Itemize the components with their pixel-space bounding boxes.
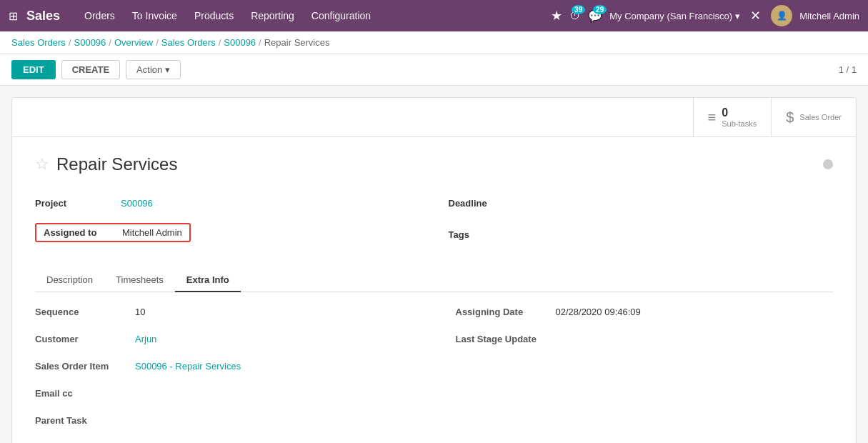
- status-dot: [823, 159, 833, 169]
- tab-description[interactable]: Description: [35, 269, 104, 292]
- chat-icon[interactable]: 💬 29: [588, 9, 602, 23]
- breadcrumb-sep5: /: [259, 37, 261, 48]
- sales-order-item-value[interactable]: S00096 - Repair Services: [135, 361, 241, 372]
- tabs-row: Description Timesheets Extra Info: [35, 269, 833, 292]
- company-selector[interactable]: My Company (San Francisco) ▾: [609, 11, 740, 21]
- email-cc-label: Email cc: [35, 388, 135, 399]
- tab-timesheets[interactable]: Timesheets: [104, 269, 175, 292]
- breadcrumb-s00096-2[interactable]: S00096: [224, 37, 256, 48]
- tags-label: Tags: [449, 229, 534, 240]
- assigning-date-value: 02/28/2020 09:46:09: [556, 307, 641, 317]
- nav-orders[interactable]: Orders: [77, 6, 122, 26]
- avatar[interactable]: 👤: [771, 5, 792, 26]
- assigned-to-row: Assigned to Mitchell Admin: [35, 223, 420, 242]
- record-navigation: 1 / 1: [839, 64, 857, 75]
- nav-right: ★ ⏱ 39 💬 29 My Company (San Francisco) ▾…: [551, 5, 859, 26]
- nav-to-invoice[interactable]: To Invoice: [125, 6, 184, 26]
- breadcrumb-current: Repair Services: [264, 37, 330, 48]
- project-field: Project S00096: [35, 191, 420, 214]
- toolbar: EDIT CREATE Action ▾ 1 / 1: [0, 54, 868, 86]
- project-label: Project: [35, 198, 121, 209]
- last-stage-update-label: Last Stage Update: [456, 334, 556, 344]
- extra-col-right: Assigning Date 02/28/2020 09:46:09 Last …: [456, 307, 834, 443]
- sequence-label: Sequence: [35, 307, 135, 317]
- subtasks-icon: ≡: [708, 109, 717, 126]
- favorite-icon[interactable]: ☆: [35, 155, 49, 174]
- sales-order-button[interactable]: $ Sales Order: [771, 98, 856, 136]
- breadcrumb-sales-orders[interactable]: Sales Orders: [11, 37, 66, 48]
- form-body: ☆ Repair Services Project S00096 Assigne…: [12, 137, 856, 443]
- form-title: Repair Services: [56, 154, 177, 174]
- assigned-to-value[interactable]: Mitchell Admin: [115, 224, 189, 241]
- company-name: My Company (San Francisco): [609, 11, 732, 21]
- action-chevron-icon: ▾: [165, 64, 170, 75]
- breadcrumb-sep3: /: [156, 37, 159, 48]
- email-cc-field: Email cc: [35, 388, 413, 408]
- breadcrumb-sep1: /: [69, 37, 71, 48]
- smart-buttons: ≡ 0 Sub-tasks $ Sales Order: [12, 98, 856, 137]
- breadcrumb-sales-orders-2[interactable]: Sales Orders: [161, 37, 216, 48]
- parent-task-label: Parent Task: [35, 415, 135, 426]
- subtasks-count: 0: [722, 106, 757, 119]
- fields-row: Project S00096 Assigned to Mitchell Admi…: [35, 191, 833, 254]
- top-navigation: ⊞ Sales Orders To Invoice Products Repor…: [0, 0, 868, 31]
- tab-extra-info[interactable]: Extra Info: [175, 269, 241, 292]
- action-button[interactable]: Action ▾: [126, 60, 181, 79]
- app-title: Sales: [26, 9, 60, 24]
- subtasks-button[interactable]: ≡ 0 Sub-tasks: [693, 98, 772, 136]
- breadcrumb: Sales Orders / S00096 / Overview / Sales…: [0, 31, 868, 54]
- grid-icon[interactable]: ⊞: [9, 9, 18, 23]
- sales-order-label: Sales Order: [799, 113, 842, 121]
- close-icon[interactable]: ✕: [750, 8, 761, 24]
- user-name: Mitchell Admin: [799, 11, 859, 21]
- assigned-to-box: Assigned to Mitchell Admin: [35, 223, 191, 242]
- field-col-right: Deadline Tags: [449, 191, 834, 254]
- nav-reporting[interactable]: Reporting: [244, 6, 301, 26]
- breadcrumb-sep4: /: [219, 37, 221, 48]
- form-card: ≡ 0 Sub-tasks $ Sales Order ☆ Repair Ser…: [11, 97, 857, 443]
- customer-value[interactable]: Arjun: [135, 334, 156, 344]
- extra-fields: Sequence 10 Customer Arjun Sales Order I…: [35, 307, 833, 443]
- sales-order-item-field: Sales Order Item S00096 - Repair Service…: [35, 361, 413, 381]
- main-content: ≡ 0 Sub-tasks $ Sales Order ☆ Repair Ser…: [0, 86, 868, 443]
- breadcrumb-overview[interactable]: Overview: [114, 37, 153, 48]
- sequence-value: 10: [135, 307, 145, 317]
- assigned-to-label: Assigned to: [36, 224, 115, 241]
- nav-configuration[interactable]: Configuration: [304, 6, 378, 26]
- deadline-label: Deadline: [449, 198, 534, 209]
- deadline-field: Deadline: [449, 191, 834, 214]
- title-row: ☆ Repair Services: [35, 154, 833, 174]
- subtasks-label: Sub-tasks: [722, 119, 757, 128]
- nav-products[interactable]: Products: [187, 6, 241, 26]
- parent-task-field: Parent Task: [35, 415, 413, 435]
- assigning-date-label: Assigning Date: [456, 307, 556, 317]
- customer-label: Customer: [35, 334, 135, 344]
- edit-button[interactable]: EDIT: [11, 60, 56, 79]
- action-label: Action: [136, 64, 162, 75]
- tags-field: Tags: [449, 223, 834, 246]
- last-stage-update-field: Last Stage Update: [456, 334, 834, 354]
- project-value[interactable]: S00096: [121, 198, 153, 209]
- breadcrumb-sep2: /: [109, 37, 111, 48]
- nav-menu: Orders To Invoice Products Reporting Con…: [77, 6, 551, 26]
- extra-info-content: Sequence 10 Customer Arjun Sales Order I…: [35, 292, 833, 443]
- breadcrumb-s00096-1[interactable]: S00096: [74, 37, 106, 48]
- customer-field: Customer Arjun: [35, 334, 413, 354]
- field-col-left: Project S00096 Assigned to Mitchell Admi…: [35, 191, 420, 254]
- clock-badge: 39: [572, 5, 585, 14]
- chat-badge: 29: [593, 5, 607, 14]
- create-button[interactable]: CREATE: [61, 60, 120, 79]
- chevron-down-icon: ▾: [735, 11, 740, 21]
- clock-icon[interactable]: ⏱ 39: [569, 9, 581, 22]
- extra-col-left: Sequence 10 Customer Arjun Sales Order I…: [35, 307, 413, 443]
- assigning-date-field: Assigning Date 02/28/2020 09:46:09: [456, 307, 834, 327]
- star-nav-icon[interactable]: ★: [551, 8, 562, 24]
- dollar-icon: $: [786, 109, 794, 126]
- sales-order-item-label: Sales Order Item: [35, 361, 135, 372]
- sequence-field: Sequence 10: [35, 307, 413, 327]
